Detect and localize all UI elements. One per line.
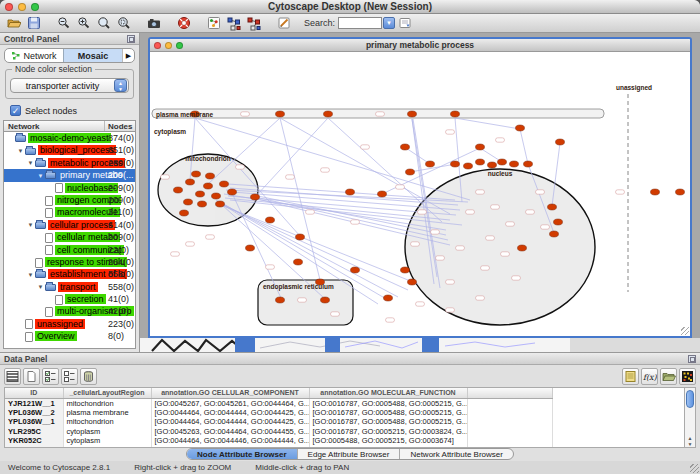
select-attributes-button[interactable]: [42, 368, 59, 385]
table-row[interactable]: YPL036W__1mitochondrion[GO:0044464, GO:0…: [5, 417, 552, 427]
node-color-dropdown[interactable]: transporter activity ▲▼: [10, 78, 129, 93]
unselect-attributes-button[interactable]: [61, 368, 78, 385]
scrollbar-arrows[interactable]: ▲▼: [685, 435, 695, 447]
network-node[interactable]: [498, 159, 507, 165]
zoom-selected-button[interactable]: [115, 15, 133, 31]
network-node[interactable]: [296, 234, 305, 240]
tree-expand-icon[interactable]: ▼: [36, 170, 45, 182]
new-attribute-button[interactable]: [23, 368, 40, 385]
tree-row[interactable]: nitrogen compo209(0): [4, 194, 135, 206]
network-node[interactable]: [276, 111, 285, 117]
tree-row[interactable]: ▼establishment of lo558(0): [4, 268, 135, 280]
network-node[interactable]: [324, 111, 333, 117]
select-nodes-checkbox[interactable]: ✓: [10, 105, 21, 116]
network-node[interactable]: [451, 111, 460, 117]
tree-row[interactable]: nucleobase-209(0): [4, 182, 135, 194]
new-network-from-selected-nodes-button[interactable]: [225, 15, 243, 31]
network-node[interactable]: [384, 295, 393, 301]
table-column-header[interactable]: annotation.GO MOLECULAR_FUNCTION: [309, 388, 467, 398]
network-node[interactable]: [266, 217, 275, 223]
table-column-header[interactable]: [467, 388, 552, 398]
network-node[interactable]: [524, 161, 533, 167]
network-node[interactable]: [378, 191, 387, 197]
table-scrollbar[interactable]: ▲▼: [684, 388, 695, 447]
network-window-titlebar[interactable]: primary metabolic process: [150, 39, 690, 52]
network-node[interactable]: [554, 219, 563, 225]
tab-network-attribute-browser[interactable]: Network Attribute Browser: [400, 449, 512, 459]
tree-expand-icon[interactable]: ▼: [16, 145, 25, 157]
tree-expand-icon[interactable]: ▼: [26, 157, 35, 169]
tree-row[interactable]: ▼cellular process614(0): [4, 219, 135, 231]
network-node[interactable]: [476, 159, 485, 165]
tree-row[interactable]: cell communicat22(0): [4, 244, 135, 256]
attribute-table-mode-button[interactable]: [4, 368, 21, 385]
network-edge[interactable]: [328, 118, 442, 222]
tree-expand-icon[interactable]: ▼: [26, 219, 35, 231]
network-node[interactable]: [184, 199, 193, 205]
network-node[interactable]: [464, 163, 473, 169]
tree-row[interactable]: macromolecule311(0): [4, 206, 135, 218]
tab-node-attribute-browser[interactable]: Node Attribute Browser: [187, 449, 298, 459]
network-node[interactable]: [451, 161, 460, 167]
network-edge[interactable]: [520, 129, 528, 164]
network-node[interactable]: [676, 189, 685, 195]
network-edge[interactable]: [455, 118, 520, 129]
select-nodes-row[interactable]: ✓ Select nodes: [10, 105, 139, 116]
table-row[interactable]: YPL036W__2plasma membrane[GO:0044464, GO…: [5, 408, 552, 418]
tab-network[interactable]: Network: [5, 49, 63, 62]
table-row[interactable]: YJR121W__1mitochondrion[GO:0045267, GO:0…: [5, 398, 552, 408]
network-node[interactable]: [216, 201, 225, 207]
table-column-header[interactable]: _cellularLayoutRegion: [63, 388, 151, 398]
tree-row[interactable]: ▼biological_process651(0): [4, 144, 135, 156]
network-node[interactable]: [346, 189, 355, 195]
network-node[interactable]: [426, 161, 435, 167]
open-session-button[interactable]: [5, 15, 23, 31]
network-node[interactable]: [186, 179, 195, 185]
float-panel-icon[interactable]: [127, 35, 135, 43]
network-node[interactable]: [206, 173, 215, 179]
zoom-out-button[interactable]: [55, 15, 73, 31]
network-node[interactable]: [488, 162, 497, 168]
tree-row[interactable]: mosaic-demo-yeast874(0): [4, 132, 135, 144]
search-input[interactable]: [338, 17, 382, 29]
tree-row[interactable]: ▼metabolic process280(0): [4, 157, 135, 169]
network-node[interactable]: [276, 297, 285, 303]
network-node[interactable]: [548, 204, 557, 210]
network-node[interactable]: [651, 189, 660, 195]
network-edge[interactable]: [280, 118, 320, 280]
table-column-header[interactable]: ID: [5, 388, 63, 398]
tree-row[interactable]: multi-organism pro42(0): [4, 305, 135, 317]
network-node[interactable]: [246, 245, 255, 251]
network-node[interactable]: [408, 111, 417, 117]
network-node[interactable]: [556, 139, 565, 145]
network-node[interactable]: [212, 193, 221, 199]
zoom-in-button[interactable]: [75, 15, 93, 31]
network-node[interactable]: [294, 259, 303, 265]
network-node[interactable]: [550, 231, 559, 237]
help-lifebuoy-button[interactable]: [175, 15, 193, 31]
network-node[interactable]: [220, 181, 229, 187]
graphics-details-button[interactable]: [205, 15, 223, 31]
notes-button[interactable]: [622, 368, 639, 385]
search-options-button[interactable]: [396, 15, 414, 31]
network-node[interactable]: [406, 169, 415, 175]
network-node[interactable]: [204, 183, 213, 189]
network-edge[interactable]: [280, 118, 450, 214]
network-node[interactable]: [196, 191, 205, 197]
tab-mosaic[interactable]: Mosaic: [63, 49, 122, 62]
tab-edge-attribute-browser[interactable]: Edge Attribute Browser: [298, 449, 401, 459]
network-node[interactable]: [401, 267, 410, 273]
network-node[interactable]: [180, 210, 189, 216]
network-canvas[interactable]: plasma membranecytoplasmmitochondrionnuc…: [150, 52, 690, 336]
network-node[interactable]: [198, 201, 207, 207]
new-network-from-selected-edges-button[interactable]: [245, 15, 263, 31]
annotation-button[interactable]: [275, 15, 293, 31]
app-resize-grip[interactable]: [690, 464, 699, 473]
network-node[interactable]: [321, 297, 330, 303]
tree-row[interactable]: ▼transport558(0): [4, 281, 135, 293]
background-windows[interactable]: [140, 338, 700, 352]
network-node[interactable]: [351, 267, 360, 273]
tree-row[interactable]: secretion41(0): [4, 293, 135, 305]
tabs-overflow-button[interactable]: ▶: [122, 49, 134, 62]
network-node[interactable]: [401, 144, 410, 150]
